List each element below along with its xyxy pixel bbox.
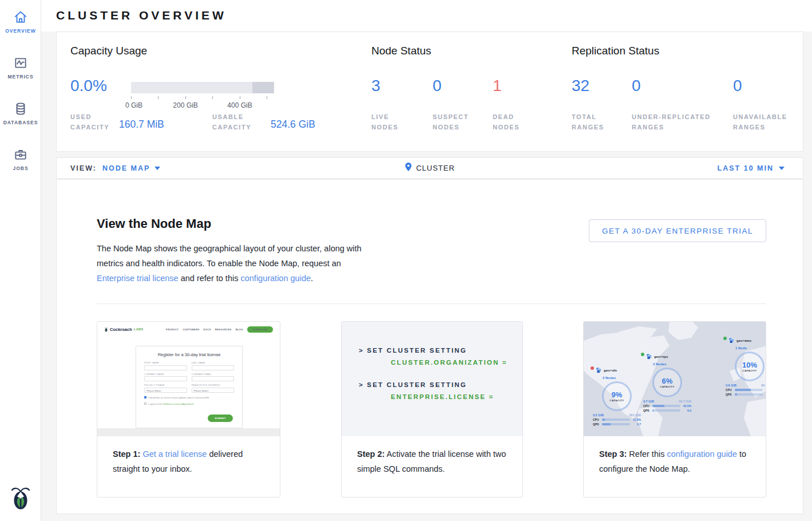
breadcrumb[interactable]: CLUSTER <box>405 162 455 174</box>
capacity-usage-title: Capacity Usage <box>70 45 147 57</box>
configuration-guide-link[interactable]: configuration guide <box>667 449 737 459</box>
cluster-cube-icon <box>596 365 602 376</box>
mini-download-button: DOWNLOAD <box>247 326 273 333</box>
enterprise-trial-button[interactable]: GET A 30-DAY ENTERPRISE TRIAL <box>589 219 766 242</box>
suspect-nodes-value: 0 <box>433 77 442 95</box>
dead-nodes-value: 1 <box>493 77 502 95</box>
mini-submit-button: SUBMIT <box>208 415 233 422</box>
chevron-down-icon <box>779 167 785 170</box>
dead-nodes-label: DEAD NODES <box>493 112 538 132</box>
under-replicated-label: UNDER-REPLICATED RANGES <box>632 112 723 132</box>
breadcrumb-cluster: CLUSTER <box>416 164 455 172</box>
mini-cockroach-logo: Cockroach LABS <box>104 327 144 332</box>
gauge-tick-200: 200 GiB <box>165 101 205 109</box>
locality-badge-sfo: geo=sfo 2 Nodes 9% CAPACITY 3.2 GiB351 G… <box>591 365 643 426</box>
mini-trial-form: Register for a 30-day trial license FIRS… <box>136 346 243 428</box>
briefcase-icon <box>13 147 28 162</box>
sidebar-item-metrics[interactable]: METRICS <box>0 56 41 80</box>
capacity-gauge <box>131 82 274 93</box>
cluster-cube-icon <box>646 352 652 362</box>
live-nodes-label: LIVE NODES <box>371 112 417 132</box>
status-dot-icon <box>641 353 644 356</box>
status-dot-icon <box>723 337 727 340</box>
total-ranges-value: 32 <box>572 77 589 95</box>
cockroach-labs-logo <box>9 484 32 511</box>
step-1-caption: Step 1: Get a trial license delivered st… <box>97 436 280 476</box>
usable-capacity-value: 524.6 GiB <box>271 119 315 131</box>
step-1-card: Cockroach LABS PRODUCT CUSTOMERS DOCS RE… <box>97 321 280 498</box>
step-3-card: geo=sfo 2 Nodes 9% CAPACITY 3.2 GiB351 G… <box>583 321 766 498</box>
suspect-nodes-label: SUSPECT NODES <box>433 112 478 132</box>
sidebar-item-databases[interactable]: DATABASES <box>0 101 41 125</box>
sidebar-item-label: JOBS <box>0 165 41 171</box>
chevron-down-icon <box>155 167 160 170</box>
step-1-screenshot: Cockroach LABS PRODUCT CUSTOMERS DOCS RE… <box>97 322 280 436</box>
sidebar-item-label: DATABASES <box>0 120 41 125</box>
step-2-code-block: > SET CLUSTER SETTING CLUSTER.ORGANIZATI… <box>342 322 522 436</box>
under-replicated-value: 0 <box>632 77 641 95</box>
metrics-icon <box>13 56 28 70</box>
sidebar-item-jobs[interactable]: JOBS <box>0 147 41 171</box>
section-description: The Node Map shows the geographical layo… <box>97 241 365 286</box>
cluster-summary-panel: Capacity Usage 0.0% 0 GiB 200 GiB 400 Gi… <box>56 31 803 152</box>
node-status-title: Node Status <box>371 45 431 57</box>
sql-command: > SET CLUSTER SETTING <box>359 381 522 388</box>
capacity-used-percent: 0.0% <box>70 77 107 95</box>
configuration-guide-link[interactable]: configuration guide <box>240 274 311 283</box>
step-3-caption: Step 3: Refer this configuration guide t… <box>584 436 766 476</box>
capacity-gauge-reserved-segment <box>252 82 274 93</box>
locality-badge-ams: geo=ams 1 Node 10% CAPACITY 3.6 GiB36.4 … <box>723 336 766 396</box>
live-nodes-value: 3 <box>371 77 381 95</box>
replication-status-title: Replication Status <box>572 45 659 57</box>
sidebar-item-label: METRICS <box>0 74 41 80</box>
mini-site-nav: PRODUCT CUSTOMERS DOCS RESOURCES BLOG DO… <box>166 326 273 333</box>
location-pin-icon <box>405 162 412 174</box>
locality-badge-nyc: geo=nyc 2 Nodes 6% CAPACITY 3.7 GiB43.7 … <box>641 352 694 412</box>
view-label: VIEW: <box>70 164 97 172</box>
used-capacity-value: 160.7 MiB <box>119 119 164 131</box>
gauge-tick-0: 0 GiB <box>114 101 154 109</box>
step-2-caption: Step 2: Activate the trial license with … <box>342 436 522 476</box>
status-dot-icon <box>591 366 594 370</box>
home-icon <box>13 10 28 25</box>
usable-capacity-label: USABLE CAPACITY <box>212 112 259 132</box>
cluster-cube-icon <box>728 336 735 346</box>
time-range-dropdown[interactable]: LAST 10 MIN <box>718 164 785 172</box>
sql-setting: CLUSTER.ORGANIZATION = <box>359 359 522 366</box>
sql-setting: ENTERPRISE.LICENSE = <box>359 393 522 400</box>
view-selector-dropdown[interactable]: NODE MAP <box>102 164 160 172</box>
step-2-card: > SET CLUSTER SETTING CLUSTER.ORGANIZATI… <box>341 321 523 498</box>
gauge-tick-400: 400 GiB <box>220 101 260 109</box>
unavailable-ranges-value: 0 <box>733 77 742 95</box>
used-capacity-label: USED CAPACITY <box>70 112 117 132</box>
sidebar: OVERVIEW METRICS DATABASES <box>0 0 41 521</box>
database-icon <box>13 101 28 116</box>
divider <box>97 303 766 304</box>
view-bar: VIEW: NODE MAP CLUSTER LAST 10 MIN <box>56 157 803 179</box>
step-3-node-map-preview: geo=sfo 2 Nodes 9% CAPACITY 3.2 GiB351 G… <box>584 322 766 436</box>
sql-command: > SET CLUSTER SETTING <box>359 347 522 354</box>
cluster-overview-page: CLUSTER OVERVIEW OVERVIEW METRICS <box>0 0 812 521</box>
get-trial-license-link[interactable]: Get a trial license <box>142 449 207 459</box>
page-title: CLUSTER OVERVIEW <box>56 9 227 22</box>
sidebar-item-overview[interactable]: OVERVIEW <box>0 10 41 34</box>
unavailable-ranges-label: UNAVAILABLE RANGES <box>733 112 796 132</box>
total-ranges-label: TOTAL RANGES <box>572 112 617 132</box>
enterprise-trial-license-link[interactable]: Enterprise trial license <box>97 274 179 283</box>
sidebar-item-label: OVERVIEW <box>0 28 41 34</box>
node-map-panel: View the Node Map The Node Map shows the… <box>56 179 803 514</box>
section-heading: View the Node Map <box>97 216 211 231</box>
